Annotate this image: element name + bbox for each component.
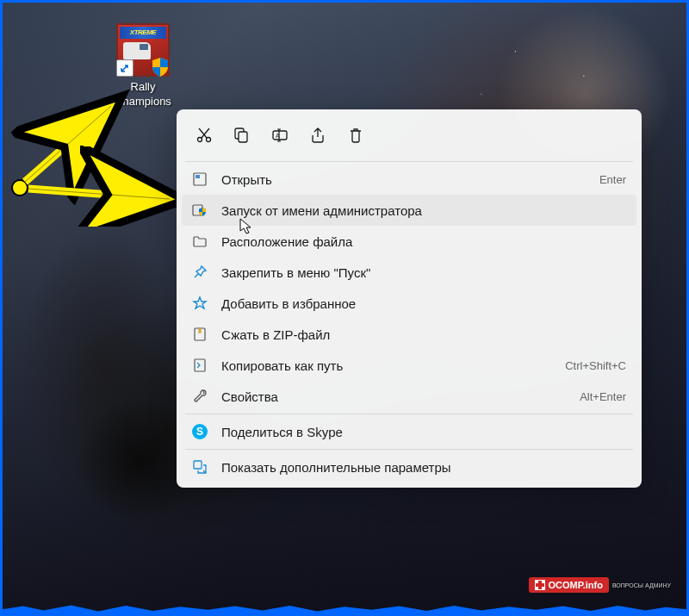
star-icon <box>192 296 208 311</box>
svg-rect-11 <box>196 175 200 178</box>
watermark-subtitle: ВОПРОСЫ АДМИНУ <box>612 582 671 588</box>
menu-item-run-as-admin[interactable]: Запуск от имени администратора <box>182 195 636 226</box>
menu-item-add-favorite[interactable]: Добавить в избранное <box>182 288 636 319</box>
menu-separator <box>185 414 633 414</box>
menu-item-label: Открыть <box>221 172 582 187</box>
admin-shield-icon <box>192 202 208 218</box>
rename-button[interactable]: A <box>263 118 297 152</box>
menu-item-pin-to-start[interactable]: Закрепить в меню "Пуск" <box>182 257 636 288</box>
open-icon <box>192 171 208 187</box>
menu-item-copy-as-path[interactable]: Копировать как путь Ctrl+Shift+C <box>182 350 636 381</box>
menu-item-label: Показать дополнительные параметры <box>221 460 626 475</box>
context-menu-quick-actions: A <box>182 115 636 159</box>
menu-item-label: Закрепить в меню "Пуск" <box>221 265 626 280</box>
menu-item-label: Свойства <box>221 389 562 404</box>
shortcut-icon-image: XTREME <box>116 23 170 77</box>
svg-point-6 <box>207 138 211 142</box>
watermark-text: OCOMP.info <box>549 580 603 590</box>
desktop-shortcut-rally-champions[interactable]: XTREME Rally Champions <box>104 23 182 109</box>
menu-item-open[interactable]: Открыть Enter <box>182 164 636 195</box>
menu-item-label: Копировать как путь <box>221 358 548 373</box>
menu-item-shortcut: Alt+Enter <box>580 390 626 403</box>
cut-button[interactable] <box>187 118 221 152</box>
skype-icon: S <box>192 424 208 439</box>
svg-text:A: A <box>276 133 280 139</box>
svg-rect-15 <box>194 461 202 469</box>
menu-item-compress-zip[interactable]: Сжать в ZIP-файл <box>182 319 636 350</box>
watermark-badge: OCOMP.info <box>529 577 609 593</box>
menu-item-label: Поделиться в Skype <box>221 425 626 439</box>
folder-icon <box>192 233 208 249</box>
menu-item-file-location[interactable]: Расположение файла <box>182 226 636 257</box>
plus-icon <box>535 580 545 590</box>
menu-separator <box>185 449 633 450</box>
watermark: OCOMP.info ВОПРОСЫ АДМИНУ <box>529 577 671 593</box>
menu-item-shortcut: Enter <box>599 173 626 186</box>
shortcut-label: Rally Champions <box>104 80 182 109</box>
menu-item-show-more-options[interactable]: Показать дополнительные параметры <box>182 451 636 482</box>
zip-icon <box>192 327 208 342</box>
more-options-icon <box>192 459 208 475</box>
pin-icon <box>192 264 208 280</box>
menu-item-label: Добавить в избранное <box>221 296 626 311</box>
menu-item-label: Расположение файла <box>221 234 626 249</box>
share-button[interactable] <box>301 118 335 152</box>
game-banner-text: XTREME <box>120 27 166 39</box>
wrench-icon <box>192 389 208 404</box>
copy-button[interactable] <box>225 118 259 152</box>
delete-button[interactable] <box>338 118 373 152</box>
menu-item-shortcut: Ctrl+Shift+C <box>565 359 626 372</box>
menu-item-share-skype[interactable]: S Поделиться в Skype <box>182 416 636 447</box>
shortcut-arrow-overlay <box>116 59 133 77</box>
car-graphic <box>123 42 151 59</box>
menu-separator <box>185 161 633 162</box>
context-menu: A Открыть Enter Запуск от имени админист… <box>177 109 642 488</box>
uac-shield-overlay <box>149 56 171 78</box>
svg-rect-7 <box>239 132 247 142</box>
menu-item-properties[interactable]: Свойства Alt+Enter <box>182 381 636 412</box>
menu-item-label: Запуск от имени администратора <box>221 203 626 218</box>
copy-path-icon <box>192 358 208 373</box>
menu-item-label: Сжать в ZIP-файл <box>221 327 626 342</box>
svg-point-5 <box>198 138 202 142</box>
